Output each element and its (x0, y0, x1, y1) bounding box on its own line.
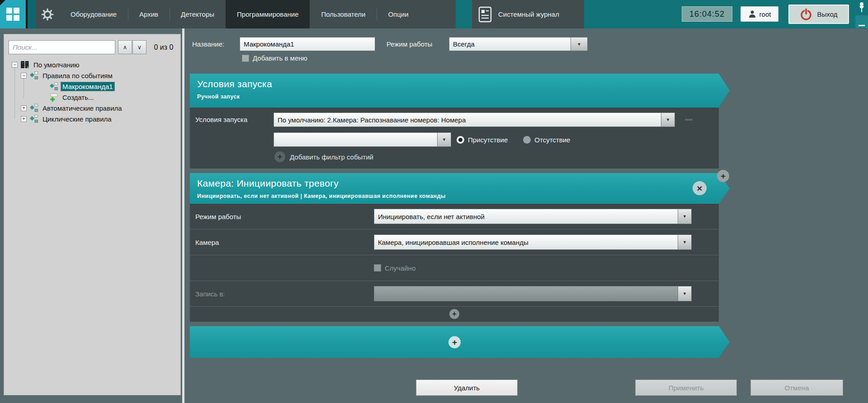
delete-button[interactable]: Удалить (416, 380, 518, 396)
presence-radio-group: Присутствие Отсутствие (457, 132, 570, 147)
action-mode-dropdown[interactable]: Инициировать, если нет активной ▼ (374, 209, 692, 224)
mode-dropdown[interactable]: Всегда ▼ (449, 37, 588, 51)
checkbox-box[interactable] (242, 55, 249, 62)
tree-connector (14, 68, 15, 119)
collapse-toggle[interactable]: − (12, 62, 18, 68)
absence-radio[interactable] (523, 136, 531, 144)
add-action-branch-button[interactable]: + (717, 170, 729, 182)
condition-dropdown[interactable]: По умолчанию: 2.Камера: Распознавание но… (274, 112, 675, 127)
add-parameter-button[interactable]: + (449, 309, 459, 319)
application-window: Оборудование Архив Детекторы Программиро… (0, 0, 868, 403)
tree-item-label-selected: Макрокоманда1 (61, 82, 114, 91)
collapse-toggle[interactable]: − (21, 73, 27, 79)
banner-subtitle: Инициировать, если нет активной | Камера… (197, 193, 722, 199)
cancel-button: Отмена (750, 380, 843, 396)
presence-radio[interactable] (457, 136, 464, 144)
rule-icon (29, 114, 38, 123)
pin-panel-button[interactable] (856, 2, 867, 14)
tree-item-label: Циклические правила (41, 115, 113, 123)
search-input[interactable] (9, 40, 115, 54)
presence-label: Присутствие (468, 136, 508, 144)
add-event-filter-button[interactable]: + Добавить фильтр событий (274, 151, 373, 162)
tab-detectors[interactable]: Детекторы (170, 0, 226, 28)
record-to-dropdown: ▼ (374, 286, 692, 301)
user-icon (748, 10, 756, 18)
macro-tree-sidebar: ∧ ∨ 0 из 0 − По умолчанию (4, 34, 181, 395)
absence-label: Отсутствие (534, 136, 570, 144)
tree-connector (24, 79, 24, 98)
tree-item-cyclic-rules[interactable]: + Циклические правила (4, 113, 180, 124)
plus-icon: + (452, 309, 457, 319)
tree-item-create[interactable]: Создать... (4, 92, 180, 103)
chevron-down-icon[interactable]: ▼ (437, 132, 451, 147)
logout-button[interactable]: Выход (788, 5, 849, 24)
launch-conditions-panel: Условия запуска По умолчанию: 2.Камера: … (190, 108, 719, 169)
layout-grid-button[interactable] (0, 0, 26, 28)
random-row: Случайно (190, 255, 719, 281)
tree-item-label: Создать... (61, 93, 95, 102)
add-to-menu-checkbox[interactable]: Добавить в меню (242, 54, 307, 62)
expand-toggle[interactable]: + (21, 116, 27, 122)
checkbox-box (374, 264, 381, 272)
journal-icon (478, 6, 492, 23)
macro-name-input[interactable] (240, 37, 375, 51)
create-icon (49, 93, 58, 102)
tree-item-macro1[interactable]: Макрокоманда1 (4, 81, 180, 92)
close-icon: × (697, 183, 702, 194)
current-user-button[interactable]: root (741, 6, 778, 22)
search-next-button[interactable]: ∨ (132, 40, 146, 54)
plus-icon: + (452, 337, 457, 347)
rule-icon (29, 103, 38, 112)
action-banner: Камера: Инициировать тревогу Инициироват… (190, 173, 730, 204)
chevron-down-icon[interactable]: ▼ (661, 112, 675, 127)
add-event-filter-label: Добавить фильтр событий (290, 153, 373, 161)
add-action-button[interactable]: + (448, 336, 461, 348)
tab-equipment[interactable]: Оборудование (59, 0, 128, 28)
apply-button: Применить (635, 380, 737, 396)
name-label: Название: (192, 37, 224, 51)
chevron-down-icon[interactable]: ▼ (678, 209, 692, 224)
nav-journal-gap (456, 0, 472, 28)
rule-icon (49, 82, 58, 91)
camera-dropdown-value: Камера, инициировавшая исполнение команд… (374, 234, 678, 250)
plus-icon: + (274, 151, 285, 162)
remove-action-button[interactable]: × (693, 181, 707, 195)
tree-item-automatic-rules[interactable]: + Автоматические правила (4, 103, 180, 113)
checkbox-label: Добавить в меню (253, 54, 307, 62)
search-prev-button[interactable]: ∧ (118, 40, 132, 54)
mode-dropdown-value: Всегда (449, 37, 571, 51)
event-filter-dropdown[interactable]: ▼ (274, 132, 451, 147)
tab-programming[interactable]: Программирование (226, 0, 310, 28)
tree-item-label: Автоматические правила (41, 104, 123, 112)
chevron-down-icon: ▼ (678, 286, 692, 301)
camera-dropdown[interactable]: Камера, инициировавшая исполнение команд… (374, 234, 692, 250)
record-to-row: Запись в: ▼ (190, 281, 719, 306)
tab-archive[interactable]: Архив (128, 0, 170, 28)
tree-item-event-rules[interactable]: − Правила по событиям (4, 70, 180, 81)
settings-gear-button[interactable] (36, 0, 59, 28)
system-journal-button[interactable]: Системный журнал (472, 0, 584, 28)
random-checkbox: Случайно (374, 264, 415, 272)
tab-users[interactable]: Пользователи (310, 0, 377, 28)
add-action-banner: + (190, 326, 730, 358)
top-bar: Оборудование Архив Детекторы Программиро… (0, 0, 868, 28)
launch-conditions-banner: Условия запуска Ручной запуск (190, 74, 730, 108)
action-mode-row: Режим работы Инициировать, если нет акти… (190, 204, 719, 229)
chevron-down-icon[interactable]: ▼ (571, 37, 588, 51)
add-parameter-row: + (190, 306, 719, 321)
remove-condition-button[interactable] (685, 119, 693, 121)
minus-icon (859, 25, 865, 26)
event-filter-value (274, 132, 437, 147)
record-to-value (374, 286, 678, 301)
chevron-down-icon[interactable]: ▼ (678, 234, 692, 250)
expand-toggle[interactable]: + (21, 105, 27, 111)
collapse-panel-button[interactable] (855, 15, 868, 28)
tree-item-label: Правила по событиям (41, 71, 114, 80)
rules-tree: − По умолчанию − (4, 59, 180, 124)
tree-item-server[interactable]: − По умолчанию (4, 59, 180, 70)
macro-editor: Название: Режим работы Всегда ▼ Добавить… (185, 28, 868, 403)
tab-options[interactable]: Опции (377, 0, 420, 28)
action-camera-row: Камера Камера, инициировавшая исполнение… (190, 229, 719, 255)
rule-icon (29, 71, 38, 80)
corner-notch (0, 0, 5, 5)
